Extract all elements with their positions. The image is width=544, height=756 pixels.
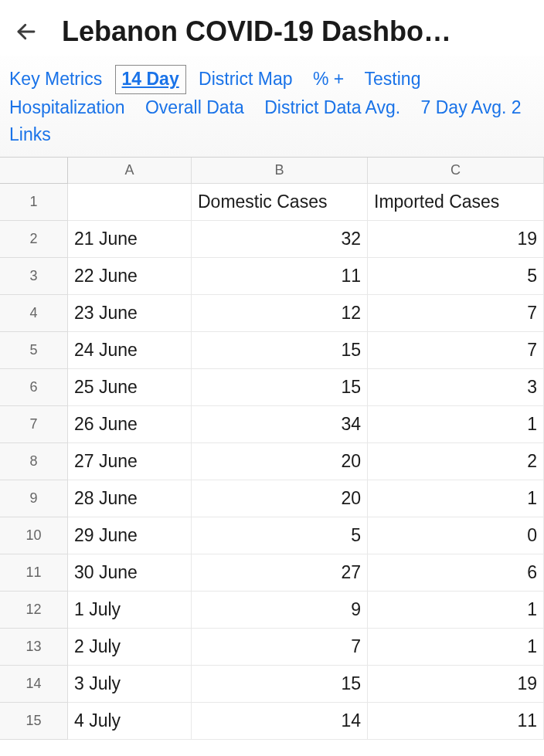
cell-domestic[interactable]: 32 (192, 221, 368, 258)
row-header[interactable]: 4 (0, 295, 68, 332)
cell-imported[interactable]: 3 (368, 369, 544, 406)
cell-domestic[interactable]: 11 (192, 258, 368, 295)
row-header[interactable]: 5 (0, 332, 68, 369)
cell-domestic[interactable]: 12 (192, 295, 368, 332)
row-header[interactable]: 8 (0, 443, 68, 480)
tab-percent-plus[interactable]: % + (305, 66, 352, 93)
tab-links[interactable]: Links (2, 121, 59, 149)
spreadsheet-grid[interactable]: A B C 1 Domestic Cases Imported Cases 2 … (0, 158, 544, 740)
cell-imported[interactable]: 6 (368, 554, 544, 592)
cell-imported[interactable]: 19 (368, 666, 544, 703)
cell-domestic[interactable]: 20 (192, 443, 368, 480)
cell-imported[interactable]: 11 (368, 703, 544, 740)
cell-imported[interactable]: 7 (368, 332, 544, 369)
cell-imported[interactable]: 19 (368, 221, 544, 258)
cell-imported[interactable]: 2 (368, 443, 544, 480)
cell-imported[interactable]: 5 (368, 258, 544, 295)
cell-a1[interactable] (68, 184, 192, 221)
cell-domestic[interactable]: 7 (192, 629, 368, 666)
cell-imported[interactable]: 1 (368, 406, 544, 443)
cell-domestic[interactable]: 5 (192, 517, 368, 554)
cell-date[interactable]: 2 July (68, 629, 192, 666)
tab-7-day-avg-2[interactable]: 7 Day Avg. 2 (413, 94, 529, 122)
cell-imported[interactable]: 1 (368, 480, 544, 517)
select-all-corner[interactable] (0, 158, 68, 184)
cell-date[interactable]: 29 June (68, 517, 192, 554)
cell-domestic[interactable]: 20 (192, 480, 368, 517)
cell-date[interactable]: 23 June (68, 295, 192, 332)
cell-date[interactable]: 28 June (68, 480, 192, 517)
cell-date[interactable]: 24 June (68, 332, 192, 369)
tab-key-metrics[interactable]: Key Metrics (2, 66, 110, 93)
tab-district-data-avg[interactable]: District Data Avg. (257, 94, 408, 122)
row-header[interactable]: 10 (0, 517, 68, 554)
cell-domestic[interactable]: 9 (192, 592, 368, 629)
column-header-b[interactable]: B (192, 158, 368, 184)
row-header[interactable]: 2 (0, 221, 68, 258)
cell-domestic[interactable]: 15 (192, 369, 368, 406)
cell-b1[interactable]: Domestic Cases (192, 184, 368, 221)
cell-date[interactable]: 1 July (68, 592, 192, 629)
row-header[interactable]: 15 (0, 703, 68, 740)
tab-testing[interactable]: Testing (357, 66, 429, 93)
row-header[interactable]: 13 (0, 629, 68, 666)
cell-imported[interactable]: 0 (368, 517, 544, 554)
row-header[interactable]: 3 (0, 258, 68, 295)
app-header: Lebanon COVID-19 Dashbo… (0, 0, 544, 56)
cell-domestic[interactable]: 14 (192, 703, 368, 740)
tab-hospitalization[interactable]: Hospitalization (2, 94, 133, 122)
column-header-a[interactable]: A (68, 158, 192, 184)
cell-date[interactable]: 4 July (68, 703, 192, 740)
cell-imported[interactable]: 1 (368, 629, 544, 666)
cell-date[interactable]: 30 June (68, 554, 192, 592)
cell-c1[interactable]: Imported Cases (368, 184, 544, 221)
cell-date[interactable]: 25 June (68, 369, 192, 406)
cell-date[interactable]: 22 June (68, 258, 192, 295)
cell-imported[interactable]: 1 (368, 592, 544, 629)
column-header-c[interactable]: C (368, 158, 544, 184)
cell-date[interactable]: 21 June (68, 221, 192, 258)
cell-domestic[interactable]: 27 (192, 554, 368, 592)
row-header[interactable]: 1 (0, 184, 68, 221)
row-header[interactable]: 7 (0, 406, 68, 443)
cell-imported[interactable]: 7 (368, 295, 544, 332)
cell-domestic[interactable]: 15 (192, 666, 368, 703)
tab-overall-data[interactable]: Overall Data (138, 94, 252, 122)
row-header[interactable]: 14 (0, 666, 68, 703)
sheet-tabs: Key Metrics 14 Day District Map % + Test… (0, 56, 544, 158)
back-arrow-icon[interactable] (12, 18, 40, 46)
cell-domestic[interactable]: 34 (192, 406, 368, 443)
tab-14-day[interactable]: 14 Day (115, 65, 186, 94)
cell-domestic[interactable]: 15 (192, 332, 368, 369)
row-header[interactable]: 11 (0, 554, 68, 592)
row-header[interactable]: 6 (0, 369, 68, 406)
tab-district-map[interactable]: District Map (191, 66, 300, 93)
cell-date[interactable]: 26 June (68, 406, 192, 443)
cell-date[interactable]: 27 June (68, 443, 192, 480)
row-header[interactable]: 12 (0, 592, 68, 629)
page-title: Lebanon COVID-19 Dashbo… (62, 15, 451, 48)
row-header[interactable]: 9 (0, 480, 68, 517)
cell-date[interactable]: 3 July (68, 666, 192, 703)
